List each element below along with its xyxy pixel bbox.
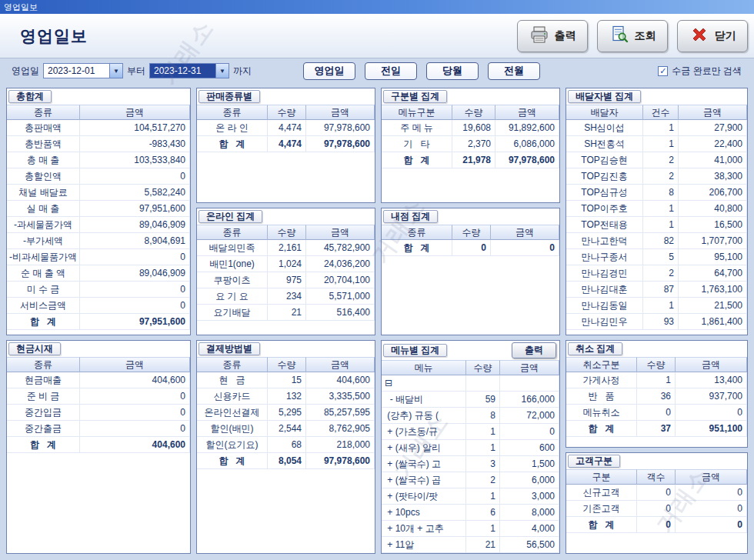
range-button-previous-day[interactable]: 전일 bbox=[365, 62, 417, 80]
table-row[interactable]: -과세물품가액89,046,909 bbox=[7, 217, 190, 233]
table-row[interactable]: 요기배달21516,400 bbox=[197, 305, 375, 321]
table-cell: 1,024 bbox=[268, 256, 306, 272]
table-row[interactable]: + 11알2156,500 bbox=[382, 537, 559, 553]
table-cell: + 11알 bbox=[382, 537, 466, 553]
table-row[interactable]: 온라인선결제5,29585,257,595 bbox=[197, 405, 375, 421]
table-row[interactable]: + (새우) 알리1600 bbox=[382, 440, 559, 456]
chevron-down-icon[interactable]: ▼ bbox=[109, 64, 122, 78]
table-cell: 22,400 bbox=[679, 136, 747, 152]
table-cell: 951,100 bbox=[676, 421, 747, 437]
table-row[interactable]: 배민1(one)1,02424,036,200 bbox=[197, 256, 375, 272]
print-button[interactable]: 출력 bbox=[517, 20, 588, 52]
table-row[interactable]: 채널 배달료5,582,240 bbox=[7, 185, 190, 201]
table-row[interactable]: 합 계21,97897,978,600 bbox=[382, 152, 559, 168]
range-button-previous-month[interactable]: 전월 bbox=[488, 62, 540, 80]
table-cell: TOP김승현 bbox=[566, 152, 643, 168]
table-row[interactable]: 합 계8,05497,978,600 bbox=[197, 453, 375, 469]
table-cell: 40,800 bbox=[679, 201, 747, 217]
online-summary-table: 종류수량금액배달의민족2,16145,782,900배민1(one)1,0242… bbox=[197, 225, 375, 335]
table-row[interactable]: 할인(배민)2,5448,762,905 bbox=[197, 421, 375, 437]
table-cell: 만나고한덕 bbox=[566, 233, 643, 249]
table-row[interactable]: 현 금15404,600 bbox=[197, 372, 375, 388]
table-row[interactable]: 준 비 금0 bbox=[7, 388, 190, 405]
table-row[interactable]: 만나고한덕821,707,700 bbox=[566, 233, 747, 249]
table-row[interactable]: 주 메 뉴19,60891,892,600 bbox=[382, 120, 559, 136]
table-row[interactable]: 총 매 출103,533,840 bbox=[7, 152, 190, 168]
table-row[interactable]: 신용카드1323,335,500 bbox=[197, 388, 375, 405]
table-row[interactable]: TOP이주호140,800 bbox=[566, 201, 747, 217]
table-row[interactable]: TOP심규성8206,700 bbox=[566, 185, 747, 201]
table-header-row: 메뉴수량금액 bbox=[382, 360, 559, 375]
table-row[interactable]: 기 타2,3706,086,000 bbox=[382, 136, 559, 152]
table-cell: 0 bbox=[637, 485, 676, 501]
table-row[interactable]: 할인(요기요)68218,000 bbox=[197, 437, 375, 453]
table-row[interactable]: 만나김대훈871,763,100 bbox=[566, 282, 747, 298]
table-row[interactable]: 현금매출404,600 bbox=[7, 372, 190, 388]
table-row[interactable]: 서비스금액0 bbox=[7, 298, 190, 314]
table-row[interactable]: 총반품액-983,430 bbox=[7, 136, 190, 152]
table-row[interactable]: (강추) 규동 (872,000 bbox=[382, 408, 559, 424]
table-cell: 21 bbox=[466, 537, 500, 553]
table-row[interactable]: TOP전태용116,500 bbox=[566, 217, 747, 233]
table-row[interactable]: SH심이섭127,900 bbox=[566, 120, 747, 136]
checkbox-icon[interactable]: ✓ bbox=[658, 66, 668, 76]
table-row[interactable]: 총판매액104,517,270 bbox=[7, 120, 190, 136]
table-row[interactable]: 합 계00 bbox=[566, 517, 747, 533]
table-cell: 합 계 bbox=[566, 421, 637, 437]
table-row[interactable]: + (팟타이/팟13,000 bbox=[382, 488, 559, 505]
table-cell: 온라인선결제 bbox=[197, 405, 268, 421]
table-row[interactable]: + (가츠동/규10 bbox=[382, 424, 559, 440]
table-row[interactable]: 중간출금0 bbox=[7, 421, 190, 437]
table-cell: 166,000 bbox=[500, 392, 559, 408]
date-to-select[interactable]: 2023-12-31 ▼ bbox=[149, 63, 229, 78]
range-button-current-month[interactable]: 당월 bbox=[426, 62, 479, 80]
table-row[interactable]: -부가세액8,904,691 bbox=[7, 233, 190, 249]
range-button-business-day[interactable]: 영업일 bbox=[303, 62, 355, 80]
close-button[interactable]: 닫기 bbox=[677, 20, 748, 52]
table-row[interactable]: + (쌀국수) 곱26,000 bbox=[382, 472, 559, 488]
date-from-select[interactable]: 2023-12-01 ▼ bbox=[43, 63, 123, 78]
table-row[interactable]: -비과세물품가액0 bbox=[7, 249, 190, 265]
table-row[interactable]: 중간입금0 bbox=[7, 405, 190, 421]
query-button[interactable]: 조회 bbox=[597, 20, 668, 52]
table-cell: TOP심규성 bbox=[566, 185, 643, 201]
table-row[interactable]: ⊟ bbox=[382, 375, 559, 392]
table-row[interactable]: 반 품36937,700 bbox=[566, 388, 747, 405]
table-row[interactable]: 요 기 요2345,571,000 bbox=[197, 288, 375, 305]
table-row[interactable]: + (쌀국수) 고31,500 bbox=[382, 456, 559, 472]
table-row[interactable]: 합 계97,951,600 bbox=[7, 314, 190, 330]
collection-complete-filter[interactable]: ✓ 수금 완료만 검색 bbox=[658, 65, 742, 78]
menu-print-button[interactable]: 출력 bbox=[512, 342, 556, 358]
table-row[interactable]: 만나김동일121,500 bbox=[566, 298, 747, 314]
table-row[interactable]: 실 매 출97,951,600 bbox=[7, 201, 190, 217]
table-row[interactable]: 미 수 금0 bbox=[7, 282, 190, 298]
table-cell: 합 계 bbox=[197, 136, 268, 152]
table-row[interactable]: 신규고객00 bbox=[566, 485, 747, 501]
table-row[interactable]: 만나구종서595,100 bbox=[566, 249, 747, 265]
panel-tab: 구분별 집계 bbox=[383, 90, 447, 103]
table-row[interactable]: 합 계4,47497,978,600 bbox=[197, 136, 375, 152]
chevron-down-icon[interactable]: ▼ bbox=[215, 64, 229, 78]
table-row[interactable]: 가게사정113,400 bbox=[566, 372, 747, 388]
table-row[interactable]: 온 라 인4,47497,978,600 bbox=[197, 120, 375, 136]
table-row[interactable]: 배달의민족2,16145,782,900 bbox=[197, 240, 375, 256]
table-row[interactable]: 만나김민우931,861,400 bbox=[566, 314, 747, 330]
table-row[interactable]: + 10pcs68,000 bbox=[382, 505, 559, 521]
table-row[interactable]: 합 계00 bbox=[382, 240, 559, 256]
table-row[interactable]: SH전홍석122,400 bbox=[566, 136, 747, 152]
table-row[interactable]: + 10개 + 고추14,000 bbox=[382, 521, 559, 537]
table-row[interactable]: 메뉴취소00 bbox=[566, 405, 747, 421]
table-row[interactable]: 총할인액0 bbox=[7, 168, 190, 185]
table-row[interactable]: 만나김경민264,700 bbox=[566, 265, 747, 282]
table-row[interactable]: 합 계404,600 bbox=[7, 437, 190, 453]
table-row[interactable]: TOP김승현241,000 bbox=[566, 152, 747, 168]
table-row[interactable]: 기존고객00 bbox=[566, 501, 747, 517]
table-row[interactable]: 합 계37951,100 bbox=[566, 421, 747, 437]
table-cell: 3,000 bbox=[500, 488, 559, 505]
table-row[interactable]: 쿠팡이츠97520,704,100 bbox=[197, 272, 375, 288]
table-cell: 5,571,000 bbox=[306, 288, 375, 305]
table-row[interactable]: - 배달비59166,000 bbox=[382, 392, 559, 408]
table-row[interactable]: TOP김진홍238,300 bbox=[566, 168, 747, 185]
table-cell: 89,046,909 bbox=[80, 217, 190, 233]
table-row[interactable]: 순 매 출 액89,046,909 bbox=[7, 265, 190, 282]
